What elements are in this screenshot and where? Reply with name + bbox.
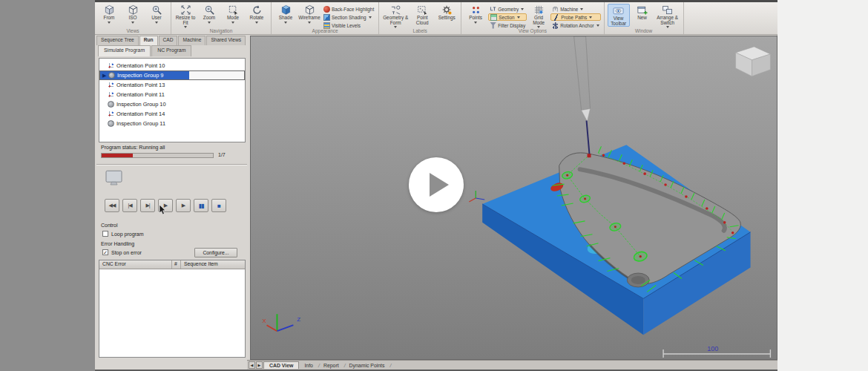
scale-bar-label: 100: [707, 345, 718, 352]
step-forward-button[interactable]: ▶|: [140, 199, 155, 212]
video-play-button[interactable]: [409, 157, 464, 212]
step-back-button[interactable]: |◀: [122, 199, 137, 212]
inspection-group-icon: [108, 120, 114, 127]
from-view-button[interactable]: From: [98, 4, 120, 24]
new-window-button[interactable]: New: [631, 4, 654, 21]
list-item[interactable]: Inspection Group 10: [99, 99, 245, 109]
stop-on-error-label: Stop on error: [111, 250, 142, 255]
column-header-cnc-error[interactable]: CNC Error: [99, 260, 172, 269]
wireframe-cube-icon: [304, 4, 315, 16]
points-button[interactable]: Points: [464, 4, 487, 24]
arrange-switch-button[interactable]: Arrange & Switch: [655, 4, 680, 28]
loop-program-checkbox[interactable]: [102, 231, 108, 237]
chevron-down-icon: [596, 24, 599, 27]
column-header-sequence-item[interactable]: Sequence Item: [181, 260, 245, 269]
section-shading-item[interactable]: Section Shading: [322, 13, 375, 21]
tab-sequence-tree[interactable]: Sequence Tree: [96, 36, 139, 45]
play-icon: [430, 173, 449, 197]
group-label-appearance: Appearance: [272, 27, 378, 34]
3d-scene[interactable]: X Z 100: [251, 36, 777, 359]
skip-to-start-button[interactable]: ◀◀: [105, 199, 119, 212]
pause-button[interactable]: ▮▮: [194, 199, 208, 212]
resize-to-fit-button[interactable]: Resize to Fit: [174, 4, 197, 28]
chevron-down-icon: [131, 22, 134, 24]
section-item[interactable]: Section: [488, 13, 527, 21]
shaded-cube-icon: [280, 4, 292, 16]
tab-scroll-right-button[interactable]: ▶: [256, 361, 263, 369]
stop-on-error-row: ✓ Stop on error: [102, 249, 142, 255]
geometry-form-button[interactable]: Geometry & Form: [382, 4, 409, 28]
new-window-icon: [637, 4, 648, 16]
mouse-cursor: [159, 205, 166, 215]
tab-run[interactable]: Run: [139, 36, 158, 45]
control-heading: Control: [101, 223, 118, 228]
probe-paths-item[interactable]: Probe Paths: [550, 13, 600, 21]
list-item[interactable]: Inspection Group 11: [99, 119, 245, 128]
list-item[interactable]: Orientation Point 13: [99, 80, 245, 90]
back-face-highlight-item[interactable]: Back-Face Highlight: [322, 5, 375, 13]
viewport-tab-bar: ◀ ▶ CAD View Info Report Dynamic Points: [247, 360, 777, 370]
panel-tab-row-1: Sequence Tree Run CAD Machine Shared Vie…: [96, 36, 246, 45]
play-to-end-button[interactable]: ▶: [176, 199, 191, 212]
wireframe-button[interactable]: Wireframe: [298, 4, 320, 24]
shade-button[interactable]: Shade: [274, 4, 297, 24]
page-background-right: [777, 0, 868, 371]
tab-report[interactable]: Report: [318, 362, 344, 369]
group-label-navigation: Navigation: [171, 27, 271, 34]
tab-cad-view[interactable]: CAD View: [263, 361, 299, 369]
part-coordinate-marker: [469, 191, 484, 202]
iso-view-button[interactable]: ISO: [122, 4, 144, 24]
axis-label-x: X: [263, 318, 267, 324]
loop-program-label: Loop program: [111, 232, 144, 237]
chevron-down-icon: [580, 8, 583, 10]
list-item[interactable]: Orientation Point 14: [99, 109, 245, 119]
tab-scroll-left-button[interactable]: ◀: [249, 361, 255, 369]
chevron-down-icon: [255, 22, 258, 24]
eye-toolbar-icon: [613, 5, 624, 16]
chevron-down-icon: [517, 16, 520, 19]
column-header-number[interactable]: #: [172, 260, 181, 269]
geometry-item[interactable]: Geometry: [488, 5, 527, 13]
gear-icon: [441, 4, 453, 16]
view-options-stack-1: Geometry Section Filter Display: [488, 4, 527, 29]
cad-viewport[interactable]: X Z 100: [250, 36, 777, 360]
list-item[interactable]: Orientation Point 10: [99, 61, 245, 70]
probe-stylus: [587, 120, 590, 154]
zoom-icon: [204, 4, 215, 16]
axis-triad: X Z: [263, 314, 301, 331]
selection-box-icon: [228, 4, 239, 16]
simulate-program-icon: [104, 169, 124, 190]
points-dots-icon: [470, 4, 481, 16]
tab-nc-program[interactable]: NC Program: [151, 45, 191, 56]
sequence-list: Orientation Point 10 ▶Inspection Group 9…: [99, 58, 246, 142]
list-item-selected[interactable]: ▶Inspection Group 9: [99, 70, 245, 80]
view-cube[interactable]: [736, 47, 771, 76]
program-status-text: Program status: Running all: [101, 145, 165, 150]
mode-button[interactable]: Mode: [222, 4, 244, 24]
tab-shared-views[interactable]: Shared Views: [206, 36, 246, 45]
tab-info[interactable]: Info: [299, 362, 318, 369]
tab-cad[interactable]: CAD: [159, 36, 178, 45]
stop-button[interactable]: ■: [211, 199, 226, 212]
tab-simulate-program[interactable]: Simulate Program: [98, 45, 151, 56]
rotate-button[interactable]: Rotate: [246, 4, 268, 24]
red-sphere-icon: [323, 6, 330, 13]
orientation-point-icon: [108, 82, 114, 88]
configure-button[interactable]: Configure...: [194, 248, 237, 257]
panel-tab-row-2: Simulate Program NC Program: [98, 45, 192, 56]
zoom-button[interactable]: Zoom: [198, 4, 220, 24]
tab-dynamic-points[interactable]: Dynamic Points: [344, 362, 390, 369]
grid-mode-button[interactable]: Grid Mode: [528, 4, 549, 28]
geometry-form-icon: [390, 4, 401, 16]
progress-bar: [101, 153, 214, 158]
list-item[interactable]: Orientation Point 11: [99, 90, 245, 99]
machine-item[interactable]: Machine: [550, 5, 600, 13]
stop-on-error-checkbox[interactable]: ✓: [102, 249, 108, 255]
point-cloud-button[interactable]: Point Cloud: [410, 4, 434, 25]
user-view-button[interactable]: User: [145, 4, 168, 24]
view-options-stack-2: Machine Probe Paths Rotation Anchor: [550, 4, 600, 29]
view-toolbar-button[interactable]: View Toolbar: [608, 4, 630, 27]
tab-machine[interactable]: Machine: [178, 36, 206, 45]
monitor-icon: [104, 169, 124, 187]
settings-button[interactable]: Settings: [435, 4, 458, 21]
